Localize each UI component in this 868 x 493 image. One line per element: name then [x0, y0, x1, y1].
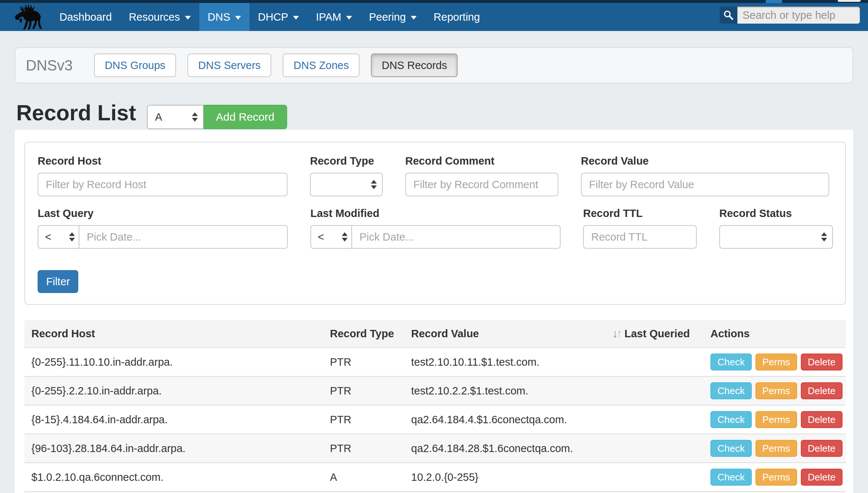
record-status-label: Record Status: [719, 207, 833, 219]
select-stepper-icon: [371, 180, 377, 189]
chevron-down-icon: [411, 16, 417, 20]
filter-button[interactable]: Filter: [38, 270, 78, 293]
check-button[interactable]: Check: [710, 411, 752, 428]
navbar: DashboardResourcesDNSDHCPIPAMPeeringRepo…: [0, 3, 868, 31]
nav-item-label: DNS: [208, 11, 230, 23]
record-value-cell: test2.10.10.11.$1.test.com.: [406, 356, 607, 368]
search-icon: [723, 10, 734, 21]
chevron-down-icon: [235, 16, 241, 20]
record-value-filter-input[interactable]: [581, 173, 829, 196]
perms-button[interactable]: Perms: [755, 382, 797, 399]
actions-cell: CheckPermsDelete: [701, 382, 846, 399]
subnav-button-dns-zones[interactable]: DNS Zones: [283, 54, 359, 77]
record-status-select[interactable]: [719, 225, 833, 249]
record-value-label: Record Value: [581, 155, 829, 167]
select-stepper-icon: [821, 232, 827, 242]
last-modified-date-input[interactable]: [352, 225, 561, 249]
last-query-operator-select[interactable]: <: [38, 225, 79, 249]
record-type-cell: PTR: [325, 356, 406, 368]
last-modified-label: Last Modified: [310, 207, 561, 219]
last-modified-operator-select[interactable]: <: [310, 225, 352, 249]
actions-cell: CheckPermsDelete: [701, 354, 846, 370]
subnav-button-dns-groups[interactable]: DNS Groups: [94, 54, 176, 77]
check-button[interactable]: Check: [710, 440, 752, 457]
last-query-date-input[interactable]: [79, 225, 288, 249]
last-query-operator-value: <: [45, 231, 51, 243]
dns-section-panel: DNSv3 DNS GroupsDNS ServersDNS ZonesDNS …: [15, 47, 853, 83]
perms-button[interactable]: Perms: [755, 469, 797, 486]
record-value-cell: test2.10.2.2.$1.test.com.: [406, 385, 607, 397]
table-header-label: Last Queried: [624, 328, 690, 340]
add-record-button[interactable]: Add Record: [203, 105, 287, 129]
last-modified-operator-value: <: [318, 231, 324, 243]
add-record-type-select-value: A: [155, 111, 162, 123]
nav-item-label: Dashboard: [59, 11, 112, 23]
record-comment-filter-input[interactable]: [405, 173, 558, 196]
subnav-button-dns-servers[interactable]: DNS Servers: [187, 54, 271, 77]
check-button[interactable]: Check: [710, 382, 752, 399]
delete-button[interactable]: Delete: [801, 440, 843, 457]
subnav-button-dns-records[interactable]: DNS Records: [371, 54, 458, 77]
search-button[interactable]: [720, 7, 737, 24]
record-host-filter-input[interactable]: [38, 173, 287, 196]
dns-section-buttons: DNS GroupsDNS ServersDNS ZonesDNS Record…: [94, 54, 469, 77]
add-record-type-select[interactable]: A: [147, 105, 204, 129]
record-type-label: Record Type: [310, 155, 383, 167]
check-button[interactable]: Check: [710, 469, 752, 486]
table-body: {0-255}.11.10.10.in-addr.arpa.PTRtest2.1…: [24, 348, 846, 492]
actions-cell: CheckPermsDelete: [701, 440, 846, 457]
nav-item-reporting[interactable]: Reporting: [425, 3, 489, 31]
delete-button[interactable]: Delete: [801, 411, 843, 428]
record-type-cell: PTR: [325, 442, 406, 455]
table-header-record-host: Record Host: [24, 328, 325, 340]
nav-item-dhcp[interactable]: DHCP: [249, 3, 307, 31]
top-edge-strip: [0, 0, 868, 3]
table-header-last-queried[interactable]: ↓↑Last Queried: [607, 327, 701, 340]
record-host-cell: {0-255}.2.2.10.in-addr.arpa.: [24, 385, 325, 397]
record-value-cell: 10.2.0.{0-255}: [406, 471, 607, 483]
table-header-actions: Actions: [701, 328, 846, 340]
check-button[interactable]: Check: [710, 354, 752, 370]
nav-item-ipam[interactable]: IPAM: [307, 3, 361, 31]
sort-ascending-icon: ↑: [617, 327, 623, 340]
perms-button[interactable]: Perms: [755, 354, 797, 370]
record-value-cell: qa2.64.184.4.$1.6conectqa.com.: [406, 414, 607, 426]
page-title: Record List: [16, 100, 136, 125]
perms-button[interactable]: Perms: [755, 440, 797, 457]
table-header-row: Record HostRecord TypeRecord Value↓↑Last…: [24, 320, 846, 348]
page: DashboardResourcesDNSDHCPIPAMPeeringRepo…: [0, 0, 868, 493]
chevron-down-icon: [293, 16, 299, 20]
table-header-record-type: Record Type: [325, 328, 406, 340]
delete-button[interactable]: Delete: [801, 382, 843, 399]
nav-item-label: Resources: [129, 11, 180, 23]
brand-logo[interactable]: [10, 3, 48, 31]
table-row: {0-255}.11.10.10.in-addr.arpa.PTRtest2.1…: [24, 348, 846, 377]
chevron-down-icon: [346, 16, 352, 20]
record-type-cell: PTR: [325, 414, 406, 426]
select-stepper-icon: [192, 113, 198, 122]
record-value-cell: qa2.64.184.28.$1.6conectqa.com.: [406, 442, 607, 455]
record-host-cell: {0-255}.11.10.10.in-addr.arpa.: [24, 356, 325, 368]
records-table: Record HostRecord TypeRecord Value↓↑Last…: [24, 320, 846, 493]
nav-item-dns[interactable]: DNS: [199, 3, 249, 31]
top-edge-artifact-light: [838, 0, 861, 2]
delete-button[interactable]: Delete: [801, 469, 843, 486]
perms-button[interactable]: Perms: [755, 411, 797, 428]
actions-cell: CheckPermsDelete: [701, 411, 846, 428]
record-ttl-input[interactable]: [583, 225, 697, 249]
navbar-search: [720, 7, 860, 24]
nav-item-dashboard[interactable]: Dashboard: [51, 3, 120, 31]
nav-item-resources[interactable]: Resources: [120, 3, 199, 31]
section-title: DNSv3: [26, 57, 73, 74]
moose-icon: [10, 3, 47, 31]
search-input[interactable]: [737, 7, 860, 24]
delete-button[interactable]: Delete: [801, 354, 843, 370]
table-row: $1.0.2.10.qa.6connect.com.A10.2.0.{0-255…: [24, 463, 846, 492]
record-comment-label: Record Comment: [405, 155, 558, 167]
record-ttl-label: Record TTL: [583, 207, 697, 219]
main-card: Record Host Record Type Record Comment R…: [15, 130, 853, 493]
actions-cell: CheckPermsDelete: [701, 469, 846, 486]
table-row: {0-255}.2.2.10.in-addr.arpa.PTRtest2.10.…: [24, 377, 846, 406]
record-type-filter-select[interactable]: [310, 173, 383, 196]
nav-item-peering[interactable]: Peering: [361, 3, 425, 31]
